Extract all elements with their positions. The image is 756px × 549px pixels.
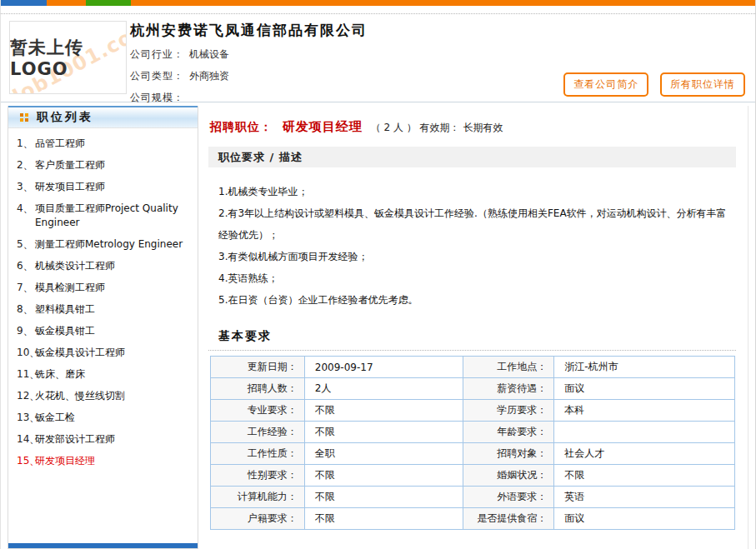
requirement-label: 性别要求： [211, 465, 305, 487]
requirement-label: 年龄要求： [463, 422, 554, 443]
table-row: 工作性质：全职招聘对象：社会人才 [211, 443, 735, 465]
job-list-item-label: 研发项目经理 [35, 454, 191, 468]
job-list-item[interactable]: 3、研发项目工程师 [13, 180, 191, 194]
job-list-item-label: 钣金模具钳工 [35, 324, 191, 338]
table-row: 专业要求：不限学历要求：本科 [211, 400, 735, 422]
requirements-table: 更新日期：2009-09-17工作地点：浙江-杭州市招聘人数：2人薪资待遇：面议… [210, 356, 735, 530]
job-list-item-number: 13、 [13, 411, 35, 425]
company-type-value: 外商独资 [189, 70, 229, 82]
job-list-item[interactable]: 9、钣金模具钳工 [13, 324, 191, 338]
job-list-item-number: 2、 [13, 158, 35, 172]
requirement-label: 婚姻状况： [463, 465, 554, 487]
requirement-value: 不限 [304, 487, 463, 508]
job-list-item[interactable]: 11、铣床、磨床 [13, 367, 191, 382]
job-list-item[interactable]: 13、钣金工检 [13, 411, 191, 425]
job-title: 研发项目经理 [283, 119, 363, 134]
job-list-item-label: 塑料模具钳工 [35, 302, 191, 317]
job-list-item[interactable]: 8、塑料模具钳工 [13, 302, 191, 317]
requirement-label: 招聘人数： [211, 378, 305, 400]
requirement-value: 不限 [304, 400, 463, 422]
requirement-value: 本科 [554, 400, 735, 422]
job-list-item-label: 钣金工检 [35, 411, 191, 425]
all-positions-button[interactable]: 所有职位详情 [660, 72, 745, 97]
requirement-label: 专业要求： [211, 400, 305, 422]
job-list-item-number: 7、 [13, 281, 35, 295]
job-list-item[interactable]: 4、项目质量工程师Project Quality Engineer [13, 202, 191, 230]
company-info: 公司行业：机械设备 公司类型：外商独资 公司规模： [130, 47, 229, 112]
requirement-value: 英语 [554, 487, 735, 508]
view-company-profile-button[interactable]: 查看公司简介 [563, 72, 648, 97]
validity-value: 长期有效 [463, 122, 503, 133]
page: Job1001.com 暂未上传LOGO 杭州安费诺飞凤通信部品有限公司 公司行… [0, 0, 756, 549]
table-row: 计算机能力：不限外语要求：英语 [211, 487, 735, 508]
requirement-label: 外语要求： [463, 487, 554, 508]
job-list-item[interactable]: 12、火花机、慢丝线切割 [13, 389, 191, 403]
job-list-item-number: 9、 [13, 324, 35, 338]
job-list: 1、品管工程师2、客户质量工程师3、研发项目工程师4、项目质量工程师Projec… [8, 128, 198, 543]
job-list-item-label: 客户质量工程师 [35, 158, 191, 172]
sidebar-bottom-bar [8, 543, 198, 548]
requirement-value: 2人 [304, 378, 463, 400]
company-header: Job1001.com 暂未上传LOGO 杭州安费诺飞凤通信部品有限公司 公司行… [1, 14, 755, 102]
basic-requirements-title: 基本要求 [218, 329, 736, 344]
job-headcount: （ 2 人 ） [371, 122, 417, 133]
table-row: 性别要求：不限婚姻状况：不限 [211, 465, 735, 487]
requirement-value: 社会人才 [554, 443, 735, 465]
job-description-section-title: 职位要求 / 描述 [208, 147, 736, 167]
requirement-label: 户籍要求： [211, 508, 305, 530]
table-row: 招聘人数：2人薪资待遇：面议 [211, 378, 735, 400]
job-list-item-label: 机械类设计工程师 [35, 259, 191, 273]
job-list-item-label: 研发项目工程师 [35, 180, 191, 194]
company-industry-value: 机械设备 [189, 48, 229, 60]
requirement-value: 不限 [304, 465, 463, 487]
job-list-sidebar: 职位列表 1、品管工程师2、客户质量工程师3、研发项目工程师4、项目质量工程师P… [8, 106, 198, 549]
job-list-item-number: 8、 [13, 302, 35, 317]
brand-strip [1, 0, 755, 6]
job-detail-pane: 招聘职位： 研发项目经理 （ 2 人 ） 有效期： 长期有效 职位要求 / 描述… [198, 106, 748, 549]
table-row: 更新日期：2009-09-17工作地点：浙江-杭州市 [211, 357, 735, 378]
requirement-label: 学历要求： [463, 400, 554, 422]
job-list-item[interactable]: 6、机械类设计工程师 [13, 259, 191, 273]
job-list-item-number: 10、 [13, 346, 35, 360]
job-list-item[interactable]: 7、模具检测工程师 [13, 281, 191, 295]
job-list-item-number: 14、 [13, 432, 35, 447]
job-list-item-label: 研发部设计工程师 [35, 432, 191, 447]
requirement-value: 不限 [304, 422, 463, 443]
job-list-item-label: 项目质量工程师Project Quality Engineer [35, 202, 191, 230]
requirement-value: 2009-09-17 [304, 357, 463, 378]
job-list-item-label: 火花机、慢丝线切割 [35, 389, 191, 403]
company-size-row: 公司规模： [130, 91, 229, 105]
job-description-line: 1.机械类专业毕业； [218, 181, 731, 202]
brand-strip-green [86, 0, 131, 6]
job-list-item[interactable]: 10、钣金模具设计工程师 [13, 346, 191, 360]
job-list-item[interactable]: 1、品管工程师 [13, 137, 191, 151]
requirement-value: 面议 [554, 508, 735, 530]
requirement-label: 工作经验： [211, 422, 305, 443]
job-description-line: 4.英语熟练； [218, 267, 731, 289]
job-list-item[interactable]: 15、研发项目经理 [13, 454, 191, 468]
job-list-item-number: 6、 [13, 259, 35, 273]
requirement-value: 不限 [554, 465, 735, 487]
requirement-label: 薪资待遇： [463, 378, 554, 400]
job-list-item-label: 测量工程师Metrology Engineer [35, 237, 191, 252]
company-type-row: 公司类型：外商独资 [130, 69, 229, 83]
job-header: 招聘职位： 研发项目经理 （ 2 人 ） 有效期： 长期有效 [210, 119, 736, 135]
logo-placeholder-text: 暂未上传LOGO [10, 36, 126, 79]
requirement-value: 全职 [304, 443, 463, 465]
job-list-item-label: 品管工程师 [35, 137, 191, 151]
requirement-label: 更新日期： [211, 357, 305, 378]
brand-strip-orange-2 [131, 0, 755, 6]
job-list-item-number: 12、 [13, 389, 35, 403]
job-list-item[interactable]: 2、客户质量工程师 [13, 158, 191, 172]
job-list-item[interactable]: 14、研发部设计工程师 [13, 432, 191, 447]
table-row: 户籍要求：不限是否提供食宿：面议 [211, 508, 735, 530]
job-position-label: 招聘职位： [210, 120, 273, 133]
requirement-value: 不限 [304, 508, 463, 530]
job-list-item-number: 15、 [13, 454, 35, 468]
job-list-item-label: 模具检测工程师 [35, 281, 191, 295]
squares-icon [20, 113, 28, 122]
job-list-item-number: 1、 [13, 137, 35, 151]
requirement-label: 是否提供食宿： [463, 508, 554, 530]
job-list-item-number: 4、 [13, 202, 35, 230]
job-list-item[interactable]: 5、测量工程师Metrology Engineer [13, 237, 191, 252]
